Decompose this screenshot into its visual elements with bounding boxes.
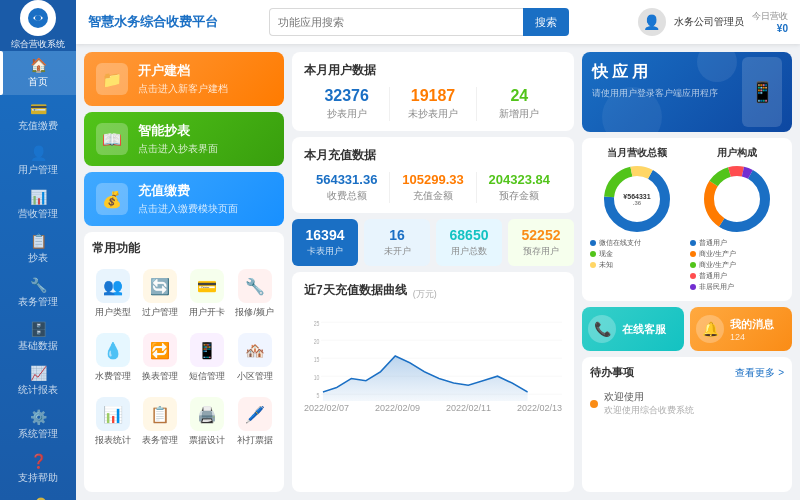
stat-total-value: 564331.36 — [304, 172, 389, 187]
func-item-1[interactable]: 🔄过户管理 — [139, 265, 180, 323]
left-panel: 📁 开户建档 点击进入新客户建档 📖 智能抄表 点击进入抄表界面 💰 充值缴费 … — [84, 52, 284, 492]
action-card-meter[interactable]: 📖 智能抄表 点击进入抄表界面 — [84, 112, 284, 166]
sidebar-label-首页: 首页 — [28, 75, 48, 89]
payment-subtitle: 点击进入缴费模块页面 — [138, 202, 238, 216]
service-text: 在线客服 — [622, 322, 666, 337]
payment-text: 充值缴费 点击进入缴费模块页面 — [138, 182, 238, 216]
sidebar-item-抄表[interactable]: 📋抄表 — [0, 227, 76, 271]
sidebar-icon-系统管理: ⚙️ — [30, 409, 47, 425]
func-icon-11: 🖊️ — [238, 397, 272, 431]
func-icon-3: 🔧 — [238, 269, 272, 303]
logo-icon — [20, 0, 56, 36]
chart-svg: 25 20 15 10 5 — [304, 311, 562, 401]
func-label-1: 过户管理 — [142, 306, 178, 319]
func-item-6[interactable]: 📱短信管理 — [186, 329, 227, 387]
sidebar-item-充值缴费[interactable]: 💳充值缴费 — [0, 95, 76, 139]
action-card-register[interactable]: 📁 开户建档 点击进入新客户建档 — [84, 52, 284, 106]
stat-meter-users: 32376 抄表用户 — [304, 87, 390, 121]
legend-commercial-text: 商业/生产户 — [699, 249, 736, 259]
func-icon-2: 💳 — [190, 269, 224, 303]
legend-cash: 现金 — [590, 249, 684, 259]
revenue-donut-title: 当月营收总额 — [607, 146, 667, 160]
hl-card-uncreated: 16 未开户 — [364, 219, 430, 266]
meter-text: 智能抄表 点击进入抄表界面 — [138, 122, 218, 156]
user-avatar: 👤 — [638, 8, 666, 36]
sidebar-item-用户管理[interactable]: 👤用户管理 — [0, 139, 76, 183]
func-item-8[interactable]: 📊报表统计 — [92, 393, 133, 451]
func-item-4[interactable]: 💧水费管理 — [92, 329, 133, 387]
message-text: 我的消息 124 — [730, 317, 774, 342]
sidebar-item-特权操作[interactable]: 🔑特权操作 — [0, 491, 76, 500]
sidebar-item-系统管理[interactable]: ⚙️系统管理 — [0, 403, 76, 447]
func-item-11[interactable]: 🖊️补打票据 — [233, 393, 276, 451]
func-item-9[interactable]: 📋表务管理 — [139, 393, 180, 451]
sidebar-label-用户管理: 用户管理 — [18, 163, 58, 177]
sidebar-item-营收管理[interactable]: 📊营收管理 — [0, 183, 76, 227]
todo-title: 待办事项 — [590, 365, 634, 380]
today-info: 今日营收 ¥0 — [752, 10, 788, 34]
sidebar-label-抄表: 抄表 — [28, 251, 48, 265]
legend-commercial2: 商业/生产户 — [690, 260, 784, 270]
func-label-10: 票据设计 — [189, 434, 225, 447]
func-item-5[interactable]: 🔁换表管理 — [139, 329, 180, 387]
func-label-0: 用户类型 — [95, 306, 131, 319]
message-icon: 🔔 — [696, 315, 724, 343]
register-subtitle: 点击进入新客户建档 — [138, 82, 228, 96]
search-input[interactable] — [269, 8, 523, 36]
svg-text:15: 15 — [314, 356, 320, 363]
quick-app-banner: 快应用 请使用用户登录客户端应用程序 📱 — [582, 52, 792, 132]
revenue-stats-row: 564331.36 收费总额 105299.33 充值金额 204323.84 … — [304, 172, 562, 203]
register-title: 开户建档 — [138, 62, 228, 80]
user-donut-title: 用户构成 — [717, 146, 757, 160]
meter-subtitle: 点击进入抄表界面 — [138, 142, 218, 156]
todo-more[interactable]: 查看更多 > — [735, 366, 784, 380]
func-item-7[interactable]: 🏘️小区管理 — [233, 329, 276, 387]
user-name: 水务公司管理员 — [674, 15, 744, 29]
highlight-stats: 16394 卡表用户 16 未开户 68650 用户总数 52252 预存用户 — [292, 219, 574, 266]
sidebar-item-支持帮助[interactable]: ❓支持帮助 — [0, 447, 76, 491]
message-btn[interactable]: 🔔 我的消息 124 — [690, 307, 792, 351]
func-label-5: 换表管理 — [142, 370, 178, 383]
func-item-0[interactable]: 👥用户类型 — [92, 265, 133, 323]
user-stats-row: 32376 抄表用户 19187 未抄表用户 24 新增用户 — [304, 87, 562, 121]
func-label-8: 报表统计 — [95, 434, 131, 447]
sidebar-item-表务管理[interactable]: 🔧表务管理 — [0, 271, 76, 315]
sidebar-item-统计报表[interactable]: 📈统计报表 — [0, 359, 76, 403]
payment-icon: 💰 — [96, 183, 128, 215]
quick-buttons: 📞 在线客服 🔔 我的消息 124 — [582, 307, 792, 351]
todo-sub: 欢迎使用综合收费系统 — [604, 404, 694, 417]
func-item-3[interactable]: 🔧报修/频户 — [233, 265, 276, 323]
svg-text:25: 25 — [314, 320, 320, 327]
sidebar-item-首页[interactable]: 🏠首页 — [0, 51, 76, 95]
todo-text: 欢迎使用 — [604, 390, 694, 404]
revenue-stats-section: 本月充值数据 564331.36 收费总额 105299.33 充值金额 204… — [292, 137, 574, 213]
legend-nonresident: 非居民用户 — [690, 282, 784, 292]
search-button[interactable]: 搜索 — [523, 8, 569, 36]
sidebar-label-营收管理: 营收管理 — [18, 207, 58, 221]
svg-text:10: 10 — [314, 374, 320, 381]
chart-label-0: 2022/02/07 — [304, 403, 349, 413]
func-item-10[interactable]: 🖨️票据设计 — [186, 393, 227, 451]
func-item-2[interactable]: 💳用户开卡 — [186, 265, 227, 323]
sidebar-logo: 综合营收系统 — [0, 0, 76, 51]
legend-normal: 普通用户 — [690, 238, 784, 248]
sidebar-icon-基础数据: 🗄️ — [30, 321, 47, 337]
meter-icon: 📖 — [96, 123, 128, 155]
hl-users-label: 卡表用户 — [302, 245, 348, 258]
todo-item-content: 欢迎使用 欢迎使用综合收费系统 — [604, 390, 694, 417]
user-donut — [702, 164, 772, 234]
message-label: 我的消息 — [730, 317, 774, 332]
sidebar-label-统计报表: 统计报表 — [18, 383, 58, 397]
legend-unknown: 未知 — [590, 260, 684, 270]
sidebar-item-基础数据[interactable]: 🗄️基础数据 — [0, 315, 76, 359]
charts-row: 当月营收总额 ¥564331 .36 — [582, 138, 792, 301]
online-service-btn[interactable]: 📞 在线客服 — [582, 307, 684, 351]
quick-app-phone: 📱 — [742, 57, 782, 127]
logo-text: 综合营收系统 — [11, 38, 65, 51]
action-card-payment[interactable]: 💰 充值缴费 点击进入缴费模块页面 — [84, 172, 284, 226]
stat-unmeter-users: 19187 未抄表用户 — [390, 87, 476, 121]
stat-new-users: 24 新增用户 — [477, 87, 562, 121]
func-icon-8: 📊 — [96, 397, 130, 431]
hl-card-deposit: 52252 预存用户 — [508, 219, 574, 266]
todo-header: 待办事项 查看更多 > — [590, 365, 784, 380]
